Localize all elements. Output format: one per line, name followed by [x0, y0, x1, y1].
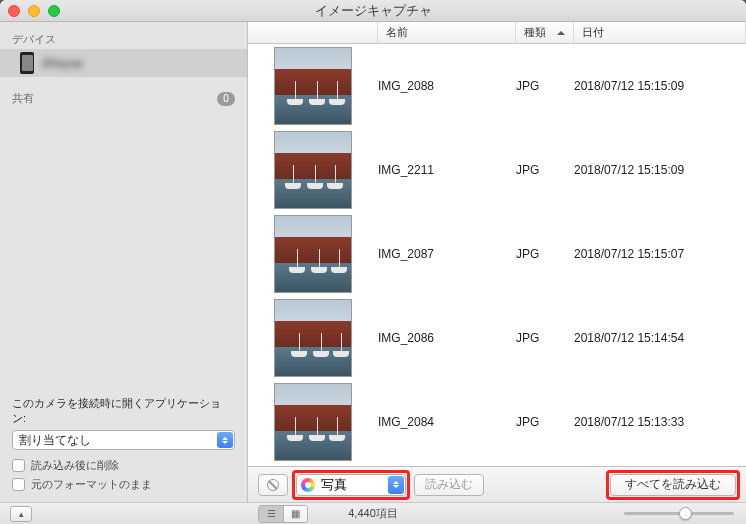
item-name: IMG_2211	[378, 163, 516, 177]
item-date: 2018/07/12 15:15:09	[574, 79, 746, 93]
item-type: JPG	[516, 247, 574, 261]
shared-count-badge: 0	[217, 92, 235, 106]
thumbnail	[274, 215, 352, 293]
close-window-button[interactable]	[8, 5, 20, 17]
phone-icon	[20, 52, 34, 74]
list-item[interactable]: IMG_2086 JPG 2018/07/12 15:14:54	[248, 296, 746, 380]
bottom-toolbar: 写真 読み込む すべてを読み込む	[248, 466, 746, 502]
item-count: 4,440項目	[348, 506, 398, 521]
shared-heading: 共有	[12, 91, 34, 106]
column-name[interactable]: 名前	[378, 22, 516, 43]
zoom-window-button[interactable]	[48, 5, 60, 17]
image-capture-window: イメージキャプチャ デバイス iPhone 共有 0 このカメラを接続時に開くア…	[0, 0, 746, 524]
sidebar: デバイス iPhone 共有 0 このカメラを接続時に開くアプリケーション: 割…	[0, 22, 248, 502]
list-item[interactable]: IMG_2084 JPG 2018/07/12 15:13:33	[248, 380, 746, 464]
item-name: IMG_2086	[378, 331, 516, 345]
item-type: JPG	[516, 163, 574, 177]
keep-original-checkbox[interactable]: 元のフォーマットのまま	[12, 475, 235, 494]
checkbox-icon	[12, 478, 25, 491]
item-type: JPG	[516, 79, 574, 93]
main-content: 名前 種類 日付 IMG_2088 JPG 2018/07/12 15:15:0…	[248, 22, 746, 502]
thumbnail-size-slider[interactable]	[624, 512, 734, 515]
item-date: 2018/07/12 15:14:54	[574, 331, 746, 345]
list-item[interactable]: IMG_2211 JPG 2018/07/12 15:15:09	[248, 128, 746, 212]
list-item[interactable]: IMG_2088 JPG 2018/07/12 15:15:09	[248, 44, 746, 128]
grid-view-button[interactable]: ▦	[283, 506, 307, 522]
list-view-button[interactable]: ☰	[259, 506, 283, 522]
import-all-button[interactable]: すべてを読み込む	[610, 474, 736, 496]
sort-ascending-icon	[557, 27, 565, 39]
column-thumbnail[interactable]	[248, 22, 378, 43]
sidebar-options: このカメラを接続時に開くアプリケーション: 割り当てなし 読み込み後に削除 元の…	[0, 388, 247, 502]
delete-selected-button[interactable]	[258, 474, 288, 496]
item-type: JPG	[516, 415, 574, 429]
item-type: JPG	[516, 331, 574, 345]
destination-popup[interactable]: 写真	[296, 474, 406, 496]
prohibit-icon	[267, 479, 279, 491]
device-name: iPhone	[42, 56, 82, 71]
destination-value: 写真	[321, 476, 347, 494]
column-headers: 名前 種類 日付	[248, 22, 746, 44]
list-item[interactable]: IMG_2087 JPG 2018/07/12 15:15:07	[248, 212, 746, 296]
sidebar-device-item[interactable]: iPhone	[0, 49, 247, 77]
item-name: IMG_2084	[378, 415, 516, 429]
statusbar: ☰ ▦ 4,440項目	[0, 502, 746, 524]
window-title: イメージキャプチャ	[0, 2, 746, 20]
slider-knob[interactable]	[679, 507, 692, 520]
image-list[interactable]: IMG_2088 JPG 2018/07/12 15:15:09 IMG_221…	[248, 44, 746, 466]
chevron-updown-icon	[217, 432, 233, 448]
chevron-updown-icon	[388, 476, 404, 494]
thumbnail	[274, 383, 352, 461]
item-name: IMG_2087	[378, 247, 516, 261]
toggle-sidebar-options-button[interactable]	[10, 506, 32, 522]
delete-after-import-checkbox[interactable]: 読み込み後に削除	[12, 456, 235, 475]
titlebar: イメージキャプチャ	[0, 0, 746, 22]
minimize-window-button[interactable]	[28, 5, 40, 17]
checkbox-icon	[12, 459, 25, 472]
import-button[interactable]: 読み込む	[414, 474, 484, 496]
devices-heading: デバイス	[0, 26, 247, 49]
thumbnail	[274, 47, 352, 125]
open-app-label: このカメラを接続時に開くアプリケーション:	[12, 396, 235, 426]
thumbnail	[274, 131, 352, 209]
item-name: IMG_2088	[378, 79, 516, 93]
open-app-popup[interactable]: 割り当てなし	[12, 430, 235, 450]
thumbnail	[274, 299, 352, 377]
photos-app-icon	[301, 478, 315, 492]
item-date: 2018/07/12 15:15:09	[574, 163, 746, 177]
column-date[interactable]: 日付	[574, 22, 746, 43]
view-mode-segmented[interactable]: ☰ ▦	[258, 505, 308, 523]
column-type[interactable]: 種類	[516, 22, 574, 43]
open-app-value: 割り当てなし	[19, 432, 91, 449]
item-date: 2018/07/12 15:15:07	[574, 247, 746, 261]
item-date: 2018/07/12 15:13:33	[574, 415, 746, 429]
